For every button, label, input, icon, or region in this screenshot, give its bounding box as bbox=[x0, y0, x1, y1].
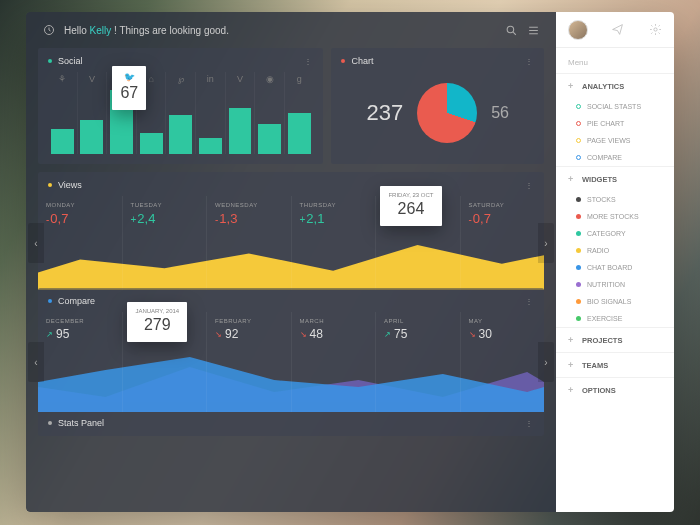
menu-section[interactable]: +OPTIONS bbox=[556, 377, 674, 402]
chart-left-value: 237 bbox=[366, 100, 403, 126]
menu-section[interactable]: +WIDGETS bbox=[556, 166, 674, 191]
menu-item[interactable]: RADIO bbox=[556, 242, 674, 259]
next-arrow[interactable]: › bbox=[538, 342, 554, 382]
social-network-icon: ⚘ bbox=[58, 74, 66, 84]
menu-section[interactable]: +ANALYTICS bbox=[556, 73, 674, 98]
day-value: +2,1 bbox=[300, 211, 368, 226]
month-col[interactable]: FEBRUARY↘92 bbox=[207, 312, 292, 412]
menu-item[interactable]: MORE STOCKS bbox=[556, 208, 674, 225]
menu-section-title: PROJECTS bbox=[582, 336, 622, 345]
day-value: -0,7 bbox=[46, 211, 114, 226]
menu-item-label: RADIO bbox=[587, 247, 609, 254]
menu-section[interactable]: +PROJECTS bbox=[556, 327, 674, 352]
menu-item-label: NUTRITION bbox=[587, 281, 625, 288]
topbar: Hello Kelly ! Things are looking good. bbox=[26, 12, 556, 48]
menu-item[interactable]: CHAT BOARD bbox=[556, 259, 674, 276]
month-value: ↗95 bbox=[46, 327, 114, 341]
social-col[interactable]: ⚘ bbox=[48, 72, 78, 154]
social-col[interactable]: V bbox=[226, 72, 256, 154]
menu-item-label: SOCIAL STASTS bbox=[587, 103, 641, 110]
month-col[interactable]: DECEMBER↗95 bbox=[38, 312, 123, 412]
menu-item[interactable]: COMPARE bbox=[556, 149, 674, 166]
trend-down-icon: ↘ bbox=[300, 330, 307, 339]
day-col[interactable]: THURSDAY+2,1 bbox=[292, 196, 377, 290]
day-value: -1,3 bbox=[215, 211, 283, 226]
day-col[interactable]: MONDAY-0,7 bbox=[38, 196, 123, 290]
prev-arrow[interactable]: ‹ bbox=[28, 342, 44, 382]
month-col[interactable]: MAY↘30 bbox=[461, 312, 545, 412]
more-icon[interactable]: ⋮ bbox=[525, 297, 534, 306]
prev-arrow[interactable]: ‹ bbox=[28, 223, 44, 263]
menu-item[interactable]: NUTRITION bbox=[556, 276, 674, 293]
menu-item-label: COMPARE bbox=[587, 154, 622, 161]
social-network-icon: ⌂ bbox=[148, 74, 153, 84]
menu-item-label: BIO SIGNALS bbox=[587, 298, 631, 305]
menu-item[interactable]: BIO SIGNALS bbox=[556, 293, 674, 310]
menu-item[interactable]: SOCIAL STASTS bbox=[556, 98, 674, 115]
more-icon[interactable]: ⋮ bbox=[525, 419, 534, 428]
plus-icon: + bbox=[568, 81, 576, 91]
plus-icon: + bbox=[568, 174, 576, 184]
day-name: MONDAY bbox=[46, 202, 114, 208]
social-bar bbox=[169, 115, 192, 154]
social-col[interactable]: in bbox=[196, 72, 226, 154]
social-col[interactable]: ℘ bbox=[166, 72, 196, 154]
menu-item[interactable]: EXERCISE bbox=[556, 310, 674, 327]
sidebar: Menu +ANALYTICSSOCIAL STASTSPIE CHARTPAG… bbox=[556, 12, 674, 512]
menu-icon[interactable] bbox=[526, 23, 540, 37]
day-col[interactable]: WEDNESDAY-1,3 bbox=[207, 196, 292, 290]
menu-item-label: MORE STOCKS bbox=[587, 213, 639, 220]
menu-item-label: STOCKS bbox=[587, 196, 616, 203]
search-icon[interactable] bbox=[504, 23, 518, 37]
menu-item-marker bbox=[576, 138, 581, 143]
menu-item-marker bbox=[576, 197, 581, 202]
day-col[interactable]: TUESDAY+2,4 bbox=[123, 196, 208, 290]
clock-icon bbox=[42, 23, 56, 37]
main-area: Hello Kelly ! Things are looking good. S… bbox=[26, 12, 556, 512]
more-icon[interactable]: ⋮ bbox=[525, 181, 534, 190]
send-icon[interactable] bbox=[611, 23, 625, 37]
menu-item-marker bbox=[576, 214, 581, 219]
day-name: SATURDAY bbox=[469, 202, 537, 208]
social-col[interactable]: g bbox=[285, 72, 314, 154]
stats-dot bbox=[48, 421, 52, 425]
next-arrow[interactable]: › bbox=[538, 223, 554, 263]
social-col[interactable]: V bbox=[78, 72, 108, 154]
menu-item-marker bbox=[576, 282, 581, 287]
menu-item[interactable]: STOCKS bbox=[556, 191, 674, 208]
svg-point-1 bbox=[507, 26, 514, 33]
menu-item[interactable]: PIE CHART bbox=[556, 115, 674, 132]
gear-icon[interactable] bbox=[648, 23, 662, 37]
month-name: MARCH bbox=[300, 318, 368, 324]
menu-item-marker bbox=[576, 231, 581, 236]
more-icon[interactable]: ⋮ bbox=[525, 57, 534, 66]
menu-heading: Menu bbox=[556, 48, 674, 73]
day-col[interactable]: SATURDAY-0,7 bbox=[461, 196, 545, 290]
social-col[interactable]: ◉ bbox=[255, 72, 285, 154]
social-bar bbox=[199, 138, 222, 154]
compare-panel: Compare⋮ ‹ › DECEMBER↗95JANUARYFEBRUARY↘… bbox=[38, 288, 544, 402]
plus-icon: + bbox=[568, 385, 576, 395]
social-bar bbox=[288, 113, 311, 154]
trend-up-icon: ↗ bbox=[46, 330, 53, 339]
month-value: ↘92 bbox=[215, 327, 283, 341]
month-col[interactable]: APRIL↗75 bbox=[376, 312, 461, 412]
trend-up-icon: ↗ bbox=[384, 330, 391, 339]
social-network-icon: ℘ bbox=[178, 74, 184, 84]
avatar[interactable] bbox=[568, 20, 588, 40]
menu-item-marker bbox=[576, 155, 581, 160]
views-title: Views bbox=[58, 180, 82, 190]
month-name: APRIL bbox=[384, 318, 452, 324]
social-bar bbox=[258, 124, 281, 154]
menu-section-title: WIDGETS bbox=[582, 175, 617, 184]
menu-item[interactable]: PAGE VIEWS bbox=[556, 132, 674, 149]
compare-dot bbox=[48, 299, 52, 303]
social-highlight: 🐦67 bbox=[112, 66, 146, 110]
compare-title: Compare bbox=[58, 296, 95, 306]
menu-item[interactable]: CATEGORY bbox=[556, 225, 674, 242]
month-col[interactable]: MARCH↘48 bbox=[292, 312, 377, 412]
menu-item-label: CATEGORY bbox=[587, 230, 626, 237]
more-icon[interactable]: ⋮ bbox=[304, 57, 313, 66]
menu-section[interactable]: +TEAMS bbox=[556, 352, 674, 377]
month-name: FEBRUARY bbox=[215, 318, 283, 324]
